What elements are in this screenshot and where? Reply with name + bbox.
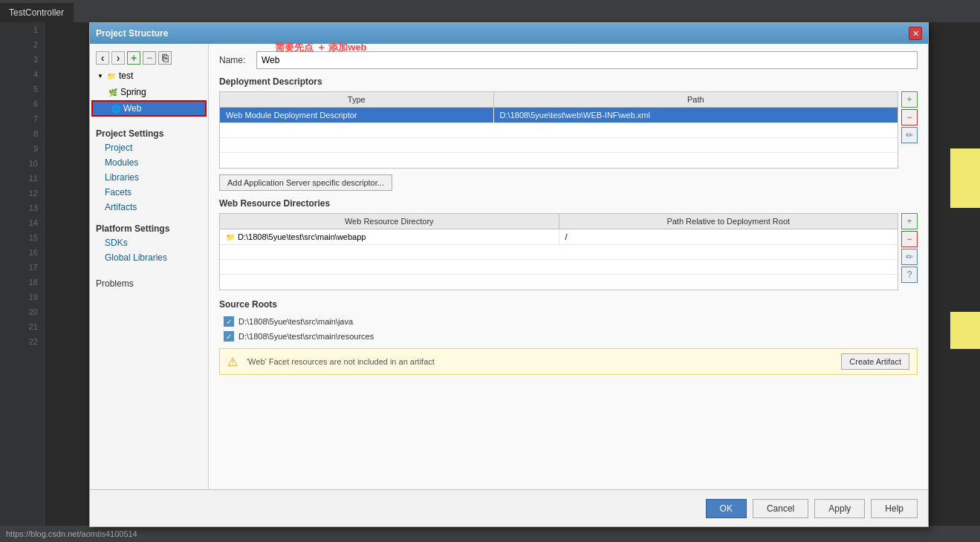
- source-root-item[interactable]: ✓ D:\1808\5yue\test\src\main\java: [219, 314, 918, 329]
- project-structure-sidebar: ‹ › + − ⎘ ▼ 📁 test 🌿 Spring: [90, 44, 209, 489]
- remove-webresource-button[interactable]: −: [901, 231, 918, 247]
- deployment-descriptors-area: Type Path Web Module Deployment Descript…: [219, 91, 918, 174]
- sidebar-item-modules[interactable]: Modules: [90, 155, 208, 170]
- source-root-path: D:\1808\5yue\test\src\main\resources: [238, 332, 374, 341]
- apply-button[interactable]: Apply: [814, 499, 865, 518]
- web-resource-title: Web Resource Directories: [219, 198, 918, 209]
- checkbox-icon: ✓: [224, 316, 234, 327]
- tree-root-label: test: [119, 71, 133, 81]
- warning-bar: ⚠ 'Web' Facet resources are not included…: [219, 348, 918, 375]
- tab-label: TestController: [9, 7, 64, 18]
- add-deployment-button[interactable]: +: [901, 91, 918, 108]
- table-row-empty: [220, 275, 898, 290]
- path-header: Path: [494, 92, 898, 107]
- sidebar-item-libraries[interactable]: Libraries: [90, 170, 208, 185]
- spring-icon: 🌿: [108, 87, 118, 97]
- add-module-button[interactable]: +: [127, 51, 140, 65]
- sidebar-item-facets[interactable]: Facets: [90, 185, 208, 200]
- nav-back-button[interactable]: ‹: [96, 51, 109, 65]
- warning-text: 'Web' Facet resources are not included i…: [247, 357, 835, 366]
- table-row-empty: [220, 153, 898, 168]
- sidebar-item-project[interactable]: Project: [90, 140, 208, 155]
- platform-settings-header: Platform Settings: [90, 219, 208, 235]
- dialog-close-button[interactable]: ✕: [909, 27, 922, 40]
- ok-button[interactable]: OK: [706, 499, 747, 518]
- help-webresource-button[interactable]: ?: [901, 267, 918, 283]
- table-row-empty: [220, 245, 898, 260]
- nav-forward-button[interactable]: ›: [111, 51, 125, 65]
- add-descriptor-button[interactable]: Add Application Server specific descript…: [219, 174, 392, 191]
- web-resource-table: Web Resource Directory Path Relative to …: [219, 213, 898, 290]
- add-webresource-button[interactable]: +: [901, 213, 918, 229]
- name-label: Name:: [219, 55, 256, 65]
- edit-deployment-button[interactable]: ✏: [901, 127, 918, 143]
- dialog-title: Project Structure: [96, 28, 168, 39]
- type-cell: Web Module Deployment Descriptor: [220, 108, 494, 123]
- deployment-descriptors-table: Type Path Web Module Deployment Descript…: [219, 91, 898, 169]
- module-tree: ▼ 📁 test 🌿 Spring 🌐 Web: [90, 66, 208, 118]
- remove-module-button[interactable]: −: [143, 51, 156, 65]
- relpath-cell: /: [559, 229, 898, 244]
- deployment-table-header: Type Path: [220, 92, 898, 108]
- create-artifact-button[interactable]: Create Artifact: [841, 353, 909, 370]
- directory-cell: 📁D:\1808\5yue\test\src\main\webapp: [220, 229, 559, 244]
- tree-web-node[interactable]: 🌐 Web: [91, 100, 207, 117]
- table-row-empty: [220, 260, 898, 275]
- edit-webresource-button[interactable]: ✏: [901, 249, 918, 265]
- warning-icon: ⚠: [227, 355, 241, 368]
- dialog-titlebar: Project Structure ✕: [90, 23, 928, 44]
- web-relpath-header: Path Relative to Deployment Root: [559, 214, 898, 229]
- web-icon: 🌐: [111, 103, 121, 114]
- sticky-note-1: [950, 148, 980, 208]
- source-roots-title: Source Roots: [219, 299, 918, 310]
- editor-tab[interactable]: TestController: [0, 3, 74, 22]
- main-content-panel: Name: Deployment Descriptors Type Path W…: [209, 44, 928, 489]
- tree-root-node[interactable]: ▼ 📁 test: [90, 68, 208, 84]
- dialog-footer: OK Cancel Apply Help: [90, 489, 928, 526]
- checkbox-icon: ✓: [224, 331, 234, 342]
- web-dir-header: Web Resource Directory: [220, 214, 559, 229]
- help-button[interactable]: Help: [871, 499, 918, 518]
- sidebar-item-global-libraries[interactable]: Global Libraries: [90, 250, 208, 265]
- web-resource-side-buttons: + − ✏ ?: [901, 213, 918, 296]
- line-numbers: 12345678910111213141516171819202122: [0, 22, 45, 542]
- sidebar-item-problems[interactable]: Problems: [90, 274, 208, 290]
- deployment-side-buttons: + − ✏: [901, 91, 918, 174]
- sidebar-nav-buttons: ‹ › + − ⎘: [90, 50, 208, 66]
- deployment-descriptors-title: Deployment Descriptors: [219, 76, 918, 87]
- annotation-text: 需要先点 ＋ 添加web: [275, 41, 367, 54]
- tree-arrow-icon: ▼: [96, 71, 105, 80]
- remove-deployment-button[interactable]: −: [901, 109, 918, 125]
- web-resource-area: Web Resource Directory Path Relative to …: [219, 213, 918, 296]
- sidebar-item-artifacts[interactable]: Artifacts: [90, 200, 208, 215]
- table-row-empty: [220, 138, 898, 153]
- source-roots-list: ✓ D:\1808\5yue\test\src\main\java ✓ D:\1…: [219, 314, 918, 344]
- table-row[interactable]: Web Module Deployment Descriptor D:\1808…: [220, 108, 898, 123]
- tree-web-label: Web: [123, 103, 141, 114]
- cancel-button[interactable]: Cancel: [753, 499, 808, 518]
- web-resource-table-header: Web Resource Directory Path Relative to …: [220, 214, 898, 229]
- table-row[interactable]: 📁D:\1808\5yue\test\src\main\webapp /: [220, 229, 898, 245]
- tree-spring-node[interactable]: 🌿 Spring: [90, 84, 208, 100]
- tree-spring-label: Spring: [120, 87, 146, 97]
- source-root-path: D:\1808\5yue\test\src\main\java: [238, 317, 353, 326]
- sidebar-item-sdks[interactable]: SDKs: [90, 235, 208, 250]
- path-cell: D:\1808\5yue\test\web\WEB-INF\web.xml: [494, 108, 898, 123]
- source-root-item[interactable]: ✓ D:\1808\5yue\test\src\main\resources: [219, 329, 918, 344]
- type-header: Type: [220, 92, 494, 107]
- statusbar: https://blog.csdn.net/aomtis4100514: [0, 526, 980, 542]
- table-row-empty: [220, 123, 898, 138]
- copy-module-button[interactable]: ⎘: [158, 51, 172, 65]
- statusbar-text: https://blog.csdn.net/aomtis4100514: [6, 529, 137, 538]
- project-settings-header: Project Settings: [90, 124, 208, 140]
- project-structure-dialog: Project Structure ✕ ‹ › + − ⎘ ▼ �: [89, 22, 929, 527]
- sticky-note-2: [950, 312, 980, 349]
- folder-icon: 📁: [106, 71, 117, 81]
